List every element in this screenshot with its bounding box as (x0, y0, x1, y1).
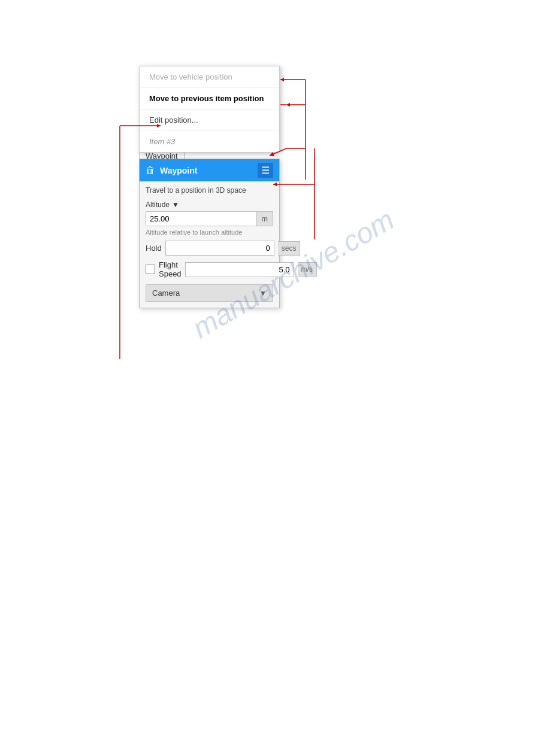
flight-speed-unit: m/s (298, 262, 317, 277)
waypoint-description: Travel to a position in 3D space (140, 181, 279, 197)
hold-row: Hold secs (146, 241, 273, 256)
waypoint-panel: 🗑 Waypoint ☰ Travel to a position in 3D … (139, 159, 280, 308)
context-menu-item-move-previous[interactable]: Move to previous item position (140, 88, 279, 110)
waypoint-menu-button[interactable]: ☰ (258, 163, 273, 178)
context-menu-item-edit-position[interactable]: Edit position... (140, 110, 279, 131)
altitude-input-row: m (146, 211, 273, 226)
bottom-section: Selected Waypoint Alt diff: 0.0 m Gradie… (0, 386, 535, 572)
waypoint-header: 🗑 Waypoint ☰ (140, 159, 279, 181)
altitude-input[interactable] (146, 211, 256, 226)
altitude-dropdown-label[interactable]: Altitude ▼ (146, 201, 273, 209)
context-menu-item-item3: Item #3 (140, 131, 279, 152)
flight-speed-row: Flight Speed m/s (146, 260, 273, 278)
flight-speed-label: Flight Speed (159, 260, 182, 278)
hold-label: Hold (146, 244, 162, 253)
altitude-note: Altitude relative to launch altitude (146, 229, 273, 236)
camera-label: Camera (152, 289, 180, 297)
top-section: Move to vehicle position Move to previou… (0, 0, 535, 371)
waypoint-title: Waypoint (160, 166, 197, 175)
hold-unit: secs (278, 241, 301, 256)
altitude-unit: m (256, 211, 273, 226)
context-menu-item-move-vehicle[interactable]: Move to vehicle position (140, 66, 279, 88)
svg-marker-4 (286, 103, 290, 107)
flight-speed-checkbox[interactable] (146, 265, 155, 274)
flight-speed-input[interactable] (185, 262, 294, 277)
delete-waypoint-icon[interactable]: 🗑 (146, 165, 155, 176)
camera-dropdown-row[interactable]: Camera ▼ (146, 284, 273, 302)
camera-dropdown-arrow: ▼ (259, 289, 267, 297)
waypoint-body: Altitude ▼ m Altitude relative to launch… (140, 197, 279, 308)
hold-input[interactable] (165, 241, 274, 256)
altitude-dropdown-arrow: ▼ (172, 201, 179, 209)
svg-marker-10 (270, 152, 274, 156)
svg-marker-1 (280, 78, 284, 81)
context-menu: Move to vehicle position Move to previou… (139, 66, 280, 153)
